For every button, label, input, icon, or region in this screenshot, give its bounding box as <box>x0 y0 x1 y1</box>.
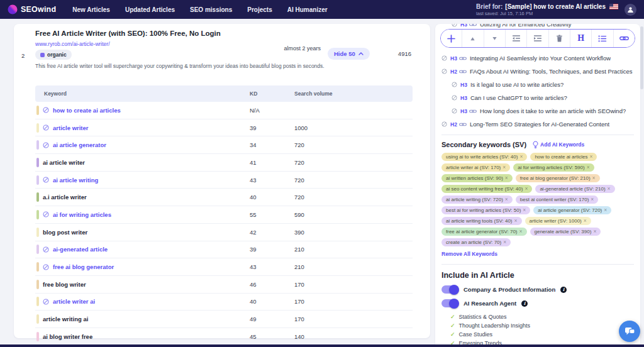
outline-list: H3 Integrating AI Seamlessly into Your C… <box>435 52 640 131</box>
exclude-heading-icon[interactable] <box>441 121 447 127</box>
result-title-link[interactable]: Free AI Article Writer (with SEO): 100% … <box>35 30 221 37</box>
remove-chip-icon[interactable]: × <box>514 218 518 224</box>
heading-button[interactable]: H <box>570 30 592 47</box>
keyword-cell[interactable]: free ai blog generator <box>53 263 114 270</box>
keyword-chip: ai article generator (SV: 720) × <box>533 206 611 214</box>
keyword-cell[interactable]: how to create ai articles <box>53 107 121 114</box>
outline-item[interactable]: H3 Integrating AI Seamlessly into Your C… <box>435 52 640 65</box>
indent-button[interactable] <box>527 30 548 47</box>
remove-chip-icon[interactable]: × <box>608 186 611 192</box>
info-icon[interactable]: i <box>560 287 567 293</box>
remove-chip-icon[interactable]: × <box>584 218 587 224</box>
nav-item[interactable]: SEO missions <box>190 6 232 13</box>
exclude-keyword-icon[interactable] <box>43 177 49 183</box>
exclude-heading-icon[interactable] <box>452 95 457 101</box>
outdent-button[interactable] <box>506 30 527 47</box>
kd-cell: 41 <box>250 159 286 166</box>
toggle-switch[interactable] <box>441 285 458 294</box>
exclude-keyword-icon[interactable] <box>43 246 49 253</box>
checklist-label: Case Studies <box>459 331 493 338</box>
keyword-cell[interactable]: ai for writing articles <box>53 211 111 218</box>
outline-text: Integrating AI Seamlessly into Your Cont… <box>470 55 611 62</box>
remove-chip-icon[interactable]: × <box>502 165 506 170</box>
remove-chip-icon[interactable]: × <box>505 175 508 181</box>
remove-chip-icon[interactable]: × <box>589 154 592 160</box>
toggle-switch[interactable] <box>441 299 458 307</box>
divider <box>441 264 634 265</box>
hide-keywords-button[interactable]: Hide 50 <box>328 48 370 60</box>
outline-item[interactable]: H3 Can I use ChatGPT to write articles? <box>435 91 640 104</box>
exclude-heading-icon[interactable] <box>452 24 457 27</box>
keyword-cell: free blog writer <box>43 281 86 288</box>
kd-cell: 39 <box>250 124 286 131</box>
outline-item[interactable]: H3 How long does it take to write an art… <box>435 104 640 118</box>
brief-info: Brief for: [Sample] how to create AI art… <box>476 3 618 16</box>
outline-item[interactable]: H2 FAQs About AI Writing: Tools, Techniq… <box>435 65 640 78</box>
remove-all-keywords-link[interactable]: Remove All Keywords <box>441 251 497 257</box>
exclude-keyword-icon[interactable] <box>43 299 49 305</box>
scrollbar[interactable] <box>640 26 643 89</box>
add-button[interactable] <box>441 30 462 47</box>
keyword-cell[interactable]: ai-generated article <box>53 246 108 253</box>
chip-label: best ai content writer (SV: 170) <box>520 197 589 202</box>
keyword-cell[interactable]: ai article generator <box>53 141 106 148</box>
keyword-cell: article writing ai <box>43 316 88 322</box>
outline-text: Utilizing AI for Enhanced Creativity <box>480 24 572 28</box>
result-url-link[interactable]: www.ryrob.com/ai-article-writer/ <box>35 41 110 47</box>
exclude-heading-icon[interactable] <box>452 108 457 114</box>
chip-label: article writer ai (SV: 170) <box>446 165 501 170</box>
volume-cell: 1000 <box>286 124 413 131</box>
exclude-keyword-icon[interactable] <box>43 142 49 148</box>
kd-cell: 39 <box>250 246 286 253</box>
kd-cell: 43 <box>250 263 286 270</box>
kd-cell: 40 <box>250 194 286 201</box>
keyword-cell[interactable]: ai article writing <box>53 177 98 184</box>
volume-cell: 170 <box>286 281 413 288</box>
remove-chip-icon[interactable]: × <box>587 165 590 170</box>
remove-chip-icon[interactable]: × <box>523 207 526 213</box>
nav-item[interactable]: Updated Articles <box>125 6 175 13</box>
remove-chip-icon[interactable]: × <box>592 175 596 181</box>
remove-chip-icon[interactable]: × <box>519 229 523 234</box>
kd-cell: N/A <box>250 107 286 114</box>
nav-item[interactable]: Projects <box>247 6 272 13</box>
move-up-button[interactable] <box>462 30 484 47</box>
outline-item[interactable]: H2 Long-Term SEO Strategies for AI-Gener… <box>435 118 640 131</box>
nav-item[interactable]: AI Humanizer <box>287 6 328 13</box>
chat-widget-button[interactable] <box>619 321 640 342</box>
exclude-keyword-icon[interactable] <box>43 211 49 218</box>
table-row: ai for writing articles 55 590 <box>35 206 413 224</box>
keyword-cell[interactable]: article writer <box>53 124 89 131</box>
exclude-keyword-icon[interactable] <box>43 107 49 113</box>
chip-label: article writer (SV: 1000) <box>530 218 582 224</box>
remove-chip-icon[interactable]: × <box>593 229 596 234</box>
exclude-heading-icon[interactable] <box>452 82 457 87</box>
brand-logo[interactable]: SEOwind <box>8 4 56 14</box>
remove-chip-icon[interactable]: × <box>591 197 594 202</box>
exclude-heading-icon[interactable] <box>441 69 447 74</box>
remove-chip-icon[interactable]: × <box>505 197 508 202</box>
remove-chip-icon[interactable]: × <box>525 186 528 192</box>
move-down-button[interactable] <box>484 30 506 47</box>
intent-color-bar <box>36 210 39 219</box>
remove-chip-icon[interactable]: × <box>519 154 523 160</box>
link-button[interactable] <box>614 30 635 47</box>
nav-item[interactable]: New Articles <box>72 6 110 13</box>
info-icon[interactable]: i <box>521 300 528 307</box>
kd-cell: 55 <box>250 211 286 218</box>
user-avatar[interactable] <box>625 4 636 16</box>
window-bottom-edge <box>0 344 644 347</box>
exclude-keyword-icon[interactable] <box>43 264 49 270</box>
us-flag-icon <box>609 4 618 9</box>
exclude-keyword-icon[interactable] <box>43 124 49 131</box>
remove-chip-icon[interactable]: × <box>503 240 506 245</box>
keyword-cell[interactable]: article writer ai <box>53 298 95 305</box>
add-ai-keywords-link[interactable]: Add AI Keywords <box>533 141 584 148</box>
table-row: blog post writer 42 390 <box>35 224 413 241</box>
bullet-list-button[interactable] <box>592 30 613 47</box>
intent-color-bar <box>36 158 39 167</box>
outline-item[interactable]: H3 Is it legal to use AI to write articl… <box>435 78 640 91</box>
exclude-heading-icon[interactable] <box>441 55 447 61</box>
remove-chip-icon[interactable]: × <box>604 207 607 213</box>
delete-button[interactable] <box>549 30 570 47</box>
